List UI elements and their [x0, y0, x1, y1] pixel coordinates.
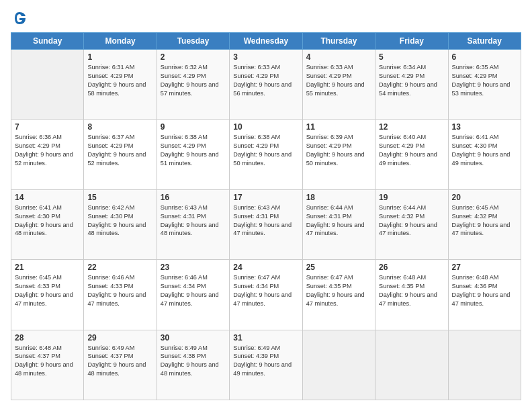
cell-info: Sunrise: 6:49 AMSunset: 4:37 PMDaylight:… — [87, 344, 152, 379]
day-number: 12 — [379, 122, 444, 132]
calendar-cell: 16Sunrise: 6:43 AMSunset: 4:31 PMDayligh… — [157, 189, 229, 259]
cell-info: Sunrise: 6:42 AMSunset: 4:30 PMDaylight:… — [87, 203, 152, 238]
page: SundayMondayTuesdayWednesdayThursdayFrid… — [0, 0, 532, 411]
calendar-cell: 23Sunrise: 6:46 AMSunset: 4:34 PMDayligh… — [157, 260, 229, 330]
calendar-week-5: 28Sunrise: 6:48 AMSunset: 4:37 PMDayligh… — [11, 330, 521, 400]
calendar-cell: 11Sunrise: 6:39 AMSunset: 4:29 PMDayligh… — [302, 120, 375, 189]
day-number: 4 — [306, 52, 371, 62]
calendar-cell: 18Sunrise: 6:44 AMSunset: 4:31 PMDayligh… — [302, 189, 375, 259]
calendar-cell: 5Sunrise: 6:34 AMSunset: 4:29 PMDaylight… — [375, 50, 448, 120]
cell-info: Sunrise: 6:41 AMSunset: 4:30 PMDaylight:… — [452, 133, 517, 168]
day-number: 10 — [233, 122, 298, 132]
calendar-cell: 20Sunrise: 6:45 AMSunset: 4:32 PMDayligh… — [448, 189, 521, 259]
weekday-header-saturday: Saturday — [448, 33, 521, 50]
calendar-cell: 10Sunrise: 6:38 AMSunset: 4:29 PMDayligh… — [230, 120, 302, 189]
calendar-cell: 3Sunrise: 6:33 AMSunset: 4:29 PMDaylight… — [230, 50, 302, 120]
cell-info: Sunrise: 6:47 AMSunset: 4:35 PMDaylight:… — [306, 273, 371, 308]
weekday-header-row: SundayMondayTuesdayWednesdayThursdayFrid… — [11, 33, 521, 50]
cell-info: Sunrise: 6:48 AMSunset: 4:36 PMDaylight:… — [452, 273, 517, 308]
calendar-cell: 27Sunrise: 6:48 AMSunset: 4:36 PMDayligh… — [448, 260, 521, 330]
calendar-cell: 21Sunrise: 6:45 AMSunset: 4:33 PMDayligh… — [11, 260, 84, 330]
calendar-cell: 2Sunrise: 6:32 AMSunset: 4:29 PMDaylight… — [157, 50, 229, 120]
calendar-cell: 24Sunrise: 6:47 AMSunset: 4:34 PMDayligh… — [230, 260, 302, 330]
weekday-header-thursday: Thursday — [302, 33, 375, 50]
day-number: 18 — [306, 193, 371, 202]
calendar-cell: 4Sunrise: 6:33 AMSunset: 4:29 PMDaylight… — [302, 50, 375, 120]
day-number: 22 — [87, 263, 152, 272]
calendar-cell — [11, 50, 84, 120]
day-number: 2 — [161, 52, 226, 62]
weekday-header-tuesday: Tuesday — [157, 33, 229, 50]
cell-info: Sunrise: 6:33 AMSunset: 4:29 PMDaylight:… — [306, 63, 371, 98]
day-number: 11 — [306, 122, 371, 132]
calendar-cell: 1Sunrise: 6:31 AMSunset: 4:29 PMDaylight… — [84, 50, 157, 120]
weekday-header-wednesday: Wednesday — [230, 33, 302, 50]
calendar-cell: 12Sunrise: 6:40 AMSunset: 4:29 PMDayligh… — [375, 120, 448, 189]
calendar-week-4: 21Sunrise: 6:45 AMSunset: 4:33 PMDayligh… — [11, 260, 521, 330]
header — [11, 11, 521, 26]
cell-info: Sunrise: 6:46 AMSunset: 4:33 PMDaylight:… — [87, 273, 152, 308]
cell-info: Sunrise: 6:40 AMSunset: 4:29 PMDaylight:… — [379, 133, 444, 168]
calendar-cell: 13Sunrise: 6:41 AMSunset: 4:30 PMDayligh… — [448, 120, 521, 189]
calendar-cell: 19Sunrise: 6:44 AMSunset: 4:32 PMDayligh… — [375, 189, 448, 259]
calendar-cell: 22Sunrise: 6:46 AMSunset: 4:33 PMDayligh… — [84, 260, 157, 330]
weekday-header-sunday: Sunday — [11, 33, 84, 50]
day-number: 9 — [161, 122, 226, 132]
day-number: 26 — [379, 263, 444, 272]
calendar-cell: 28Sunrise: 6:48 AMSunset: 4:37 PMDayligh… — [11, 330, 84, 400]
calendar-cell: 26Sunrise: 6:48 AMSunset: 4:35 PMDayligh… — [375, 260, 448, 330]
day-number: 5 — [379, 52, 444, 62]
day-number: 30 — [161, 333, 226, 342]
cell-info: Sunrise: 6:38 AMSunset: 4:29 PMDaylight:… — [233, 133, 298, 168]
cell-info: Sunrise: 6:49 AMSunset: 4:38 PMDaylight:… — [161, 344, 226, 379]
weekday-header-monday: Monday — [84, 33, 157, 50]
calendar-cell: 30Sunrise: 6:49 AMSunset: 4:38 PMDayligh… — [157, 330, 229, 400]
day-number: 31 — [233, 333, 298, 342]
cell-info: Sunrise: 6:38 AMSunset: 4:29 PMDaylight:… — [161, 133, 226, 168]
cell-info: Sunrise: 6:43 AMSunset: 4:31 PMDaylight:… — [161, 203, 226, 238]
calendar-table: SundayMondayTuesdayWednesdayThursdayFrid… — [11, 32, 521, 400]
day-number: 28 — [15, 333, 80, 342]
day-number: 13 — [452, 122, 517, 132]
day-number: 15 — [87, 193, 152, 202]
day-number: 29 — [87, 333, 152, 342]
calendar-cell — [448, 330, 521, 400]
day-number: 21 — [15, 263, 80, 272]
cell-info: Sunrise: 6:35 AMSunset: 4:29 PMDaylight:… — [452, 63, 517, 98]
cell-info: Sunrise: 6:47 AMSunset: 4:34 PMDaylight:… — [233, 273, 298, 308]
cell-info: Sunrise: 6:31 AMSunset: 4:29 PMDaylight:… — [87, 63, 152, 98]
day-number: 27 — [452, 263, 517, 272]
cell-info: Sunrise: 6:49 AMSunset: 4:39 PMDaylight:… — [233, 344, 298, 379]
day-number: 20 — [452, 193, 517, 202]
calendar-week-2: 7Sunrise: 6:36 AMSunset: 4:29 PMDaylight… — [11, 120, 521, 189]
weekday-header-friday: Friday — [375, 33, 448, 50]
day-number: 17 — [233, 193, 298, 202]
calendar-cell: 9Sunrise: 6:38 AMSunset: 4:29 PMDaylight… — [157, 120, 229, 189]
calendar-cell: 17Sunrise: 6:43 AMSunset: 4:31 PMDayligh… — [230, 189, 302, 259]
day-number: 24 — [233, 263, 298, 272]
cell-info: Sunrise: 6:44 AMSunset: 4:32 PMDaylight:… — [379, 203, 444, 238]
cell-info: Sunrise: 6:45 AMSunset: 4:33 PMDaylight:… — [15, 273, 80, 308]
day-number: 8 — [87, 122, 152, 132]
cell-info: Sunrise: 6:45 AMSunset: 4:32 PMDaylight:… — [452, 203, 517, 238]
cell-info: Sunrise: 6:34 AMSunset: 4:29 PMDaylight:… — [379, 63, 444, 98]
calendar-week-3: 14Sunrise: 6:41 AMSunset: 4:30 PMDayligh… — [11, 189, 521, 259]
cell-info: Sunrise: 6:32 AMSunset: 4:29 PMDaylight:… — [161, 63, 226, 98]
calendar-cell: 25Sunrise: 6:47 AMSunset: 4:35 PMDayligh… — [302, 260, 375, 330]
cell-info: Sunrise: 6:48 AMSunset: 4:37 PMDaylight:… — [15, 344, 80, 379]
cell-info: Sunrise: 6:46 AMSunset: 4:34 PMDaylight:… — [161, 273, 226, 308]
logo-icon — [12, 11, 27, 26]
cell-info: Sunrise: 6:39 AMSunset: 4:29 PMDaylight:… — [306, 133, 371, 168]
day-number: 6 — [452, 52, 517, 62]
calendar-cell: 29Sunrise: 6:49 AMSunset: 4:37 PMDayligh… — [84, 330, 157, 400]
day-number: 23 — [161, 263, 226, 272]
calendar-cell: 31Sunrise: 6:49 AMSunset: 4:39 PMDayligh… — [230, 330, 302, 400]
calendar-cell: 8Sunrise: 6:37 AMSunset: 4:29 PMDaylight… — [84, 120, 157, 189]
calendar-cell: 7Sunrise: 6:36 AMSunset: 4:29 PMDaylight… — [11, 120, 84, 189]
day-number: 16 — [161, 193, 226, 202]
cell-info: Sunrise: 6:43 AMSunset: 4:31 PMDaylight:… — [233, 203, 298, 238]
calendar-cell — [302, 330, 375, 400]
cell-info: Sunrise: 6:33 AMSunset: 4:29 PMDaylight:… — [233, 63, 298, 98]
calendar-cell: 15Sunrise: 6:42 AMSunset: 4:30 PMDayligh… — [84, 189, 157, 259]
day-number: 19 — [379, 193, 444, 202]
